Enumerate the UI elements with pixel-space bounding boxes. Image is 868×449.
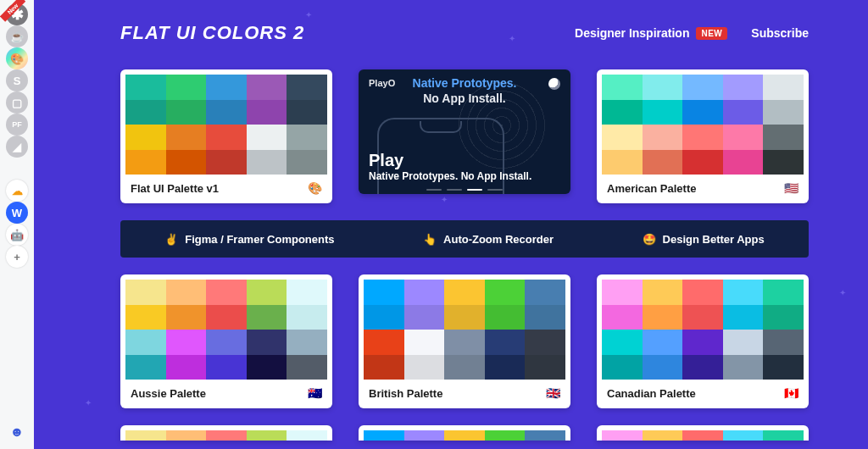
- color-swatch[interactable]: [763, 355, 804, 380]
- color-swatch[interactable]: [682, 75, 723, 100]
- color-swatch[interactable]: [206, 330, 247, 355]
- color-swatch[interactable]: [247, 100, 287, 125]
- color-swatch[interactable]: [247, 355, 287, 380]
- color-swatch[interactable]: [404, 305, 445, 330]
- color-swatch[interactable]: [763, 330, 804, 355]
- color-swatch[interactable]: [525, 280, 565, 305]
- color-swatch[interactable]: [206, 75, 247, 100]
- color-swatch[interactable]: [125, 100, 166, 125]
- color-swatch[interactable]: [125, 330, 166, 355]
- color-swatch[interactable]: [602, 330, 643, 355]
- sidebar-item-s[interactable]: S: [6, 69, 28, 91]
- color-swatch[interactable]: [643, 355, 683, 380]
- color-swatch[interactable]: [682, 125, 723, 150]
- color-swatch[interactable]: [525, 305, 565, 330]
- sidebar-item-pf[interactable]: PF: [6, 114, 28, 136]
- color-swatch[interactable]: [364, 355, 404, 380]
- color-swatch[interactable]: [247, 280, 287, 305]
- color-swatch[interactable]: [723, 330, 764, 355]
- color-swatch[interactable]: [763, 100, 804, 125]
- color-swatch[interactable]: [485, 280, 526, 305]
- color-swatch[interactable]: [166, 330, 207, 355]
- color-swatch[interactable]: [723, 305, 764, 330]
- color-swatch[interactable]: [287, 125, 327, 150]
- color-swatch[interactable]: [763, 150, 804, 175]
- color-swatch[interactable]: [643, 100, 683, 125]
- carousel-dot[interactable]: [426, 189, 442, 191]
- nav-subscribe[interactable]: Subscribe: [751, 26, 809, 40]
- color-swatch[interactable]: [682, 305, 723, 330]
- color-swatch[interactable]: [444, 330, 485, 355]
- sidebar-bottom-icon[interactable]: ☻: [8, 424, 26, 441]
- color-swatch[interactable]: [404, 280, 445, 305]
- color-swatch[interactable]: [125, 150, 166, 175]
- color-swatch[interactable]: [364, 305, 404, 330]
- color-swatch[interactable]: [602, 150, 643, 175]
- sidebar-item-chart[interactable]: ◢: [6, 136, 28, 158]
- color-swatch[interactable]: [723, 125, 764, 150]
- color-swatch[interactable]: [247, 305, 287, 330]
- color-swatch[interactable]: [602, 100, 643, 125]
- sidebar-item-robot[interactable]: 🤖: [6, 224, 28, 246]
- color-swatch[interactable]: [247, 75, 287, 100]
- carousel-dots[interactable]: [426, 189, 503, 191]
- sidebar-item-chat[interactable]: ▢: [6, 91, 28, 114]
- carousel-dot[interactable]: [447, 189, 462, 191]
- color-swatch[interactable]: [602, 125, 643, 150]
- color-swatch[interactable]: [485, 355, 526, 380]
- color-swatch[interactable]: [763, 305, 804, 330]
- color-swatch[interactable]: [485, 330, 526, 355]
- color-swatch[interactable]: [125, 280, 166, 305]
- promo-card[interactable]: PlayONative Prototypes.No App Install.Pl…: [359, 69, 570, 194]
- color-swatch[interactable]: [444, 305, 485, 330]
- color-swatch[interactable]: [723, 75, 764, 100]
- color-swatch[interactable]: [723, 280, 764, 305]
- carousel-dot[interactable]: [467, 189, 482, 191]
- color-swatch[interactable]: [485, 305, 526, 330]
- color-swatch[interactable]: [404, 355, 445, 380]
- palette-card-canadian[interactable]: Canadian Palette🇨🇦: [597, 274, 809, 408]
- color-swatch[interactable]: [247, 125, 287, 150]
- color-swatch[interactable]: [643, 125, 683, 150]
- color-swatch[interactable]: [247, 330, 287, 355]
- color-swatch[interactable]: [166, 125, 207, 150]
- color-swatch[interactable]: [682, 150, 723, 175]
- palette-card-peek-0[interactable]: [120, 425, 332, 441]
- color-swatch[interactable]: [444, 280, 485, 305]
- color-swatch[interactable]: [247, 150, 287, 175]
- color-swatch[interactable]: [763, 75, 804, 100]
- color-swatch[interactable]: [166, 150, 207, 175]
- promo-bar-item-1[interactable]: 👆Auto-Zoom Recorder: [423, 233, 554, 246]
- palette-card-flat-v1[interactable]: Flat UI Palette v1🎨: [120, 69, 332, 203]
- color-swatch[interactable]: [602, 280, 643, 305]
- color-swatch[interactable]: [287, 355, 327, 380]
- color-swatch[interactable]: [444, 355, 485, 380]
- color-swatch[interactable]: [682, 100, 723, 125]
- sidebar-item-cup[interactable]: ☕: [6, 25, 28, 47]
- color-swatch[interactable]: [643, 305, 683, 330]
- palette-card-british[interactable]: British Palette🇬🇧: [359, 274, 570, 408]
- color-swatch[interactable]: [287, 75, 327, 100]
- color-swatch[interactable]: [206, 305, 247, 330]
- color-swatch[interactable]: [682, 355, 723, 380]
- palette-card-american[interactable]: American Palette🇺🇸: [597, 69, 809, 203]
- sidebar-item-cloud[interactable]: ☁: [6, 180, 28, 202]
- color-swatch[interactable]: [643, 150, 683, 175]
- color-swatch[interactable]: [125, 75, 166, 100]
- color-swatch[interactable]: [166, 305, 207, 330]
- color-swatch[interactable]: [166, 75, 207, 100]
- color-swatch[interactable]: [125, 355, 166, 380]
- color-swatch[interactable]: [287, 100, 327, 125]
- color-swatch[interactable]: [723, 150, 764, 175]
- color-swatch[interactable]: [763, 125, 804, 150]
- color-swatch[interactable]: [125, 305, 166, 330]
- color-swatch[interactable]: [404, 330, 445, 355]
- color-swatch[interactable]: [206, 280, 247, 305]
- promo-bar-item-2[interactable]: 🤩Design Better Apps: [643, 233, 765, 246]
- promo-bar-item-0[interactable]: ✌️Figma / Framer Components: [164, 233, 334, 246]
- carousel-dot[interactable]: [487, 189, 503, 191]
- color-swatch[interactable]: [125, 125, 166, 150]
- palette-card-peek-2[interactable]: [597, 425, 809, 441]
- color-swatch[interactable]: [602, 305, 643, 330]
- nav-inspiration[interactable]: Designer Inspiration NEW: [575, 26, 727, 40]
